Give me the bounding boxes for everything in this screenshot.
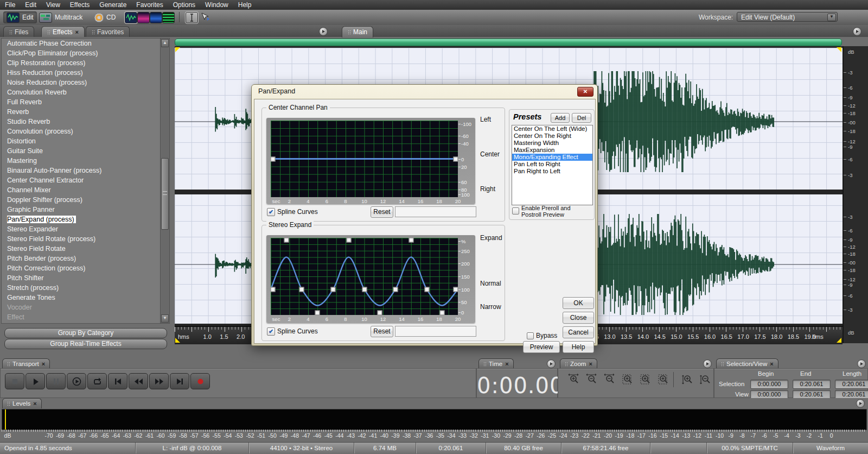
zoom-to-selection-button[interactable]: [620, 373, 636, 386]
close-button[interactable]: Close: [563, 312, 594, 324]
effects-scrollbar[interactable]: ▲ ▼: [160, 38, 170, 324]
menu-item-generate[interactable]: Generate: [94, 1, 131, 9]
effects-list[interactable]: Automatic Phase CorrectionClick/Pop Elim…: [1, 38, 161, 324]
control-point-handle[interactable]: [378, 311, 382, 316]
zoom-full-button[interactable]: [602, 373, 618, 386]
control-point-handle[interactable]: [393, 287, 398, 292]
menu-item-view[interactable]: View: [41, 1, 65, 9]
effect-item[interactable]: Generate Tones: [2, 293, 160, 302]
tab-main[interactable]: Main: [342, 26, 373, 37]
preroll-checkbox[interactable]: [512, 207, 519, 215]
preset-del-button[interactable]: Del: [572, 113, 591, 123]
effect-item[interactable]: Automatic Phase Correction: [2, 39, 160, 48]
effect-item[interactable]: Pitch Shifter: [2, 273, 160, 283]
effect-item[interactable]: Guitar Suite: [2, 146, 160, 156]
transport-tab[interactable]: Transport ×: [2, 358, 50, 369]
go-to-beginning-button[interactable]: [108, 373, 127, 389]
menu-item-window[interactable]: Window: [200, 1, 233, 9]
amplitude-ruler[interactable]: dB-3-6-9-12-18-00-18-12-9-6-3-3-6-9-12-1…: [843, 46, 868, 343]
graph-plot[interactable]: [271, 121, 458, 197]
zoom-tab-close-icon[interactable]: ×: [589, 361, 592, 367]
menu-item-effects[interactable]: Effects: [65, 1, 94, 9]
levels-panel-menu-icon[interactable]: [856, 399, 865, 408]
rewind-button[interactable]: [129, 373, 148, 389]
transport-tab-close-icon[interactable]: ×: [42, 361, 45, 367]
selection-end-field[interactable]: 0:20.061: [793, 380, 831, 389]
multitrack-view-button[interactable]: Multitrack: [36, 11, 86, 23]
effect-item[interactable]: Graphic Panner: [2, 205, 160, 215]
effect-item[interactable]: Clip Restoration (process): [2, 58, 160, 68]
pause-button[interactable]: [46, 373, 66, 389]
selection-marker-bottom-right[interactable]: [837, 338, 841, 343]
menu-item-file[interactable]: File: [0, 1, 20, 9]
group-realtime-effects-button[interactable]: Group Real-Time Effects: [4, 339, 167, 349]
zoom-in-selection-right-button[interactable]: [655, 373, 672, 386]
pan-reset-button[interactable]: Reset: [371, 206, 393, 218]
effect-item[interactable]: Pitch Bender (process): [2, 254, 160, 263]
pan-value-input[interactable]: [395, 206, 476, 217]
horizontal-scrollbar[interactable]: [175, 39, 842, 46]
effect-item[interactable]: Effect: [2, 312, 160, 322]
control-point-handle[interactable]: [440, 311, 445, 316]
dialog-close-icon[interactable]: ✕: [577, 87, 593, 97]
preset-item[interactable]: Center On The Left (Wide): [512, 125, 592, 133]
play-button[interactable]: [25, 373, 45, 389]
selection-view-tab-close-icon[interactable]: ×: [770, 361, 773, 367]
menu-item-help[interactable]: Help: [233, 1, 257, 9]
preview-button[interactable]: Preview: [523, 341, 560, 353]
selection-length-field[interactable]: 0:20.061: [835, 380, 868, 389]
control-point-handle[interactable]: [271, 287, 276, 292]
bypass-checkbox[interactable]: [527, 332, 534, 339]
menu-item-edit[interactable]: Edit: [20, 1, 41, 9]
cd-view-button[interactable]: CD: [91, 11, 119, 23]
left-panel-menu-icon[interactable]: [319, 27, 328, 36]
level-meter[interactable]: [2, 409, 867, 430]
control-point-handle[interactable]: [284, 238, 289, 243]
control-point-handle[interactable]: [315, 311, 320, 316]
play-from-cursor-button[interactable]: [67, 373, 86, 389]
levels-tab-close-icon[interactable]: ×: [33, 400, 36, 407]
control-point-handle[interactable]: [454, 156, 458, 161]
levels-tab[interactable]: Levels ×: [2, 398, 42, 408]
zoom-out-vertical-button[interactable]: [698, 373, 714, 386]
scrub-tool-button[interactable]: [200, 12, 211, 22]
effect-item[interactable]: Stretch (process): [2, 283, 160, 293]
help-button[interactable]: Help: [563, 341, 594, 353]
expand-spline-checkbox[interactable]: ✔: [267, 327, 275, 336]
effect-item[interactable]: Doppler Shifter (process): [2, 195, 160, 205]
ok-button[interactable]: OK: [563, 297, 594, 309]
control-point-handle[interactable]: [362, 287, 367, 292]
selection-marker-top-right[interactable]: [837, 47, 841, 52]
selection-marker-top-left[interactable]: [175, 47, 180, 52]
time-tab[interactable]: Time ×: [478, 358, 514, 369]
effect-item[interactable]: Stereo Field Rotate: [2, 244, 160, 254]
preset-item[interactable]: Mastering Width: [512, 140, 592, 147]
scroll-up-icon[interactable]: ▲: [161, 39, 169, 47]
effect-item[interactable]: Center Channel Extractor: [2, 175, 160, 185]
waveform-display-button[interactable]: [125, 12, 137, 23]
effect-item[interactable]: Full Reverb: [2, 97, 160, 107]
effect-item[interactable]: Pan/Expand (process): [2, 215, 160, 224]
effect-item[interactable]: Convolution (process): [2, 127, 160, 136]
presets-list[interactable]: Center On The Left (Wide)Center On The R…: [512, 125, 593, 205]
time-selection-tool-button[interactable]: [186, 12, 198, 23]
zoom-tab[interactable]: Zoom ×: [560, 358, 597, 369]
record-button[interactable]: [190, 373, 210, 389]
effect-item[interactable]: Convolution Reverb: [2, 87, 160, 97]
preset-item[interactable]: MaxExpansion: [512, 147, 592, 154]
zoom-panel-menu-icon[interactable]: [703, 360, 712, 368]
selection-begin-field[interactable]: 0:00.000: [750, 380, 788, 389]
time-panel-menu-icon[interactable]: [547, 360, 556, 368]
expand-graph[interactable]: %250200150100500sec2468101214161820: [266, 235, 475, 323]
effect-item[interactable]: Reverb: [2, 107, 160, 117]
effect-item[interactable]: Click/Pop Eliminator (process): [2, 48, 160, 58]
scrollbar-thumb[interactable]: [161, 158, 169, 230]
time-tab-close-icon[interactable]: ×: [505, 361, 508, 367]
expand-value-input[interactable]: [395, 326, 476, 337]
effect-item[interactable]: Pitch Correction (process): [2, 263, 160, 273]
edit-view-button[interactable]: Edit: [3, 11, 37, 23]
effect-item[interactable]: Noise Reduction (process): [2, 78, 160, 87]
preset-item[interactable]: Pan Left to Right: [512, 161, 592, 168]
graph-plot[interactable]: [271, 238, 458, 315]
control-point-handle[interactable]: [454, 287, 458, 292]
